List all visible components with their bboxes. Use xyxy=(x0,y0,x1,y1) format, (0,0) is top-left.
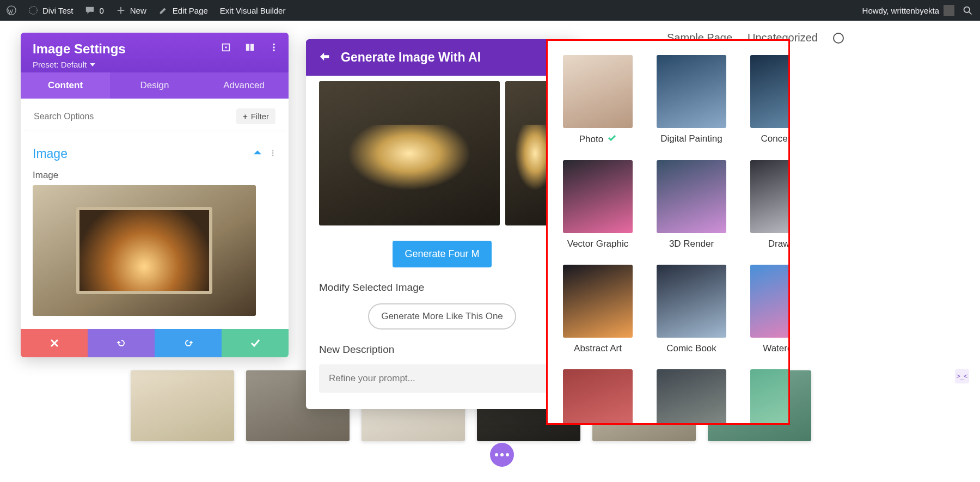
style-option-hidden[interactable] xyxy=(657,369,726,425)
settings-header: Image Settings Preset: Default xyxy=(21,33,289,72)
svg-point-8 xyxy=(273,46,275,48)
preset-selector[interactable]: Preset: Default xyxy=(33,60,277,69)
snap-icon[interactable] xyxy=(245,42,255,54)
search-options-input[interactable] xyxy=(34,112,236,121)
tab-design[interactable]: Design xyxy=(110,72,199,99)
svg-point-9 xyxy=(273,50,275,52)
wp-logo[interactable] xyxy=(7,5,16,15)
style-option-hidden[interactable] xyxy=(563,369,633,425)
generate-more-like-this-button[interactable]: Generate More Like This One xyxy=(368,303,516,330)
tab-content[interactable]: Content xyxy=(21,72,110,99)
image-settings-panel: Image Settings Preset: Default Content D… xyxy=(21,33,289,357)
kebab-menu-icon[interactable] xyxy=(269,42,279,54)
modify-heading: Modify Selected Image xyxy=(319,282,565,294)
avatar xyxy=(944,5,954,16)
collapse-icon[interactable] xyxy=(254,149,261,159)
svg-point-2 xyxy=(964,7,970,13)
section-label: Image xyxy=(33,147,68,161)
redo-button[interactable] xyxy=(155,329,222,357)
style-option-vector-graphic[interactable]: Vector Graphic xyxy=(563,160,633,249)
generate-four-more-button[interactable]: Generate Four M xyxy=(393,241,491,267)
side-toggle[interactable]: >_< xyxy=(955,369,969,383)
ai-modal-header: Generate Image With AI xyxy=(306,39,578,76)
selected-check-icon xyxy=(608,133,616,145)
style-swatch xyxy=(563,265,633,338)
style-option-photo[interactable]: Photo xyxy=(563,55,633,145)
svg-rect-5 xyxy=(246,44,249,51)
style-option-watercolor[interactable]: Watercolor xyxy=(750,265,790,354)
howdy-user[interactable]: Howdy, writtenbyekta xyxy=(862,5,954,16)
svg-point-7 xyxy=(273,44,275,46)
refine-prompt-input[interactable] xyxy=(319,364,565,393)
image-preview[interactable] xyxy=(33,185,256,316)
style-option-hidden[interactable] xyxy=(750,369,790,425)
gallery-image[interactable] xyxy=(131,370,234,441)
style-swatch xyxy=(563,369,633,425)
filter-button[interactable]: +Filter xyxy=(236,108,275,124)
nav-search-icon[interactable] xyxy=(833,33,844,44)
style-option-3d-render[interactable]: 3D Render xyxy=(657,160,726,249)
ai-modal-title: Generate Image With AI xyxy=(341,50,481,65)
section-menu-icon[interactable] xyxy=(269,149,277,159)
back-icon[interactable] xyxy=(319,51,331,65)
style-swatch xyxy=(563,55,633,128)
svg-point-4 xyxy=(225,46,227,48)
svg-point-12 xyxy=(272,154,274,156)
style-option-drawing[interactable]: Drawing xyxy=(750,160,790,249)
style-swatch xyxy=(657,55,726,128)
edit-page-label: Edit Page xyxy=(173,6,208,15)
style-option-abstract-art[interactable]: Abstract Art xyxy=(563,265,633,354)
style-swatch xyxy=(750,265,790,338)
exit-visual-builder-link[interactable]: Exit Visual Builder xyxy=(220,6,286,15)
style-swatch xyxy=(657,369,726,425)
image-style-picker: Photo Digital Painting Concept Art Vecto… xyxy=(546,39,790,425)
style-swatch xyxy=(563,160,633,233)
new-content-link[interactable]: New xyxy=(116,5,146,15)
generate-image-ai-modal: Generate Image With AI Generate Four M M… xyxy=(306,39,578,409)
divi-builder-fab[interactable] xyxy=(490,443,514,467)
site-name-text: Divi Test xyxy=(42,6,73,15)
style-option-digital-painting[interactable]: Digital Painting xyxy=(657,55,726,145)
search-options-row: +Filter xyxy=(24,102,285,131)
admin-search-icon[interactable] xyxy=(962,5,973,16)
tab-advanced[interactable]: Advanced xyxy=(199,72,289,99)
style-swatch xyxy=(750,369,790,425)
save-button[interactable] xyxy=(222,329,289,357)
comments-link[interactable]: 0 xyxy=(85,5,103,15)
svg-rect-6 xyxy=(250,44,254,51)
settings-footer xyxy=(21,329,289,357)
ai-image-result[interactable] xyxy=(319,81,500,225)
style-option-concept-art[interactable]: Concept Art xyxy=(750,55,790,145)
style-swatch xyxy=(657,265,726,338)
new-description-heading: New Description xyxy=(319,344,565,356)
site-name-link[interactable]: Divi Test xyxy=(28,5,73,15)
undo-button[interactable] xyxy=(88,329,155,357)
new-label: New xyxy=(130,6,146,15)
cancel-button[interactable] xyxy=(21,329,88,357)
style-swatch xyxy=(750,55,790,128)
svg-point-10 xyxy=(272,150,274,151)
svg-point-11 xyxy=(272,152,274,154)
wp-admin-bar: Divi Test 0 New Edit Page Exit Visual Bu… xyxy=(0,0,980,21)
comments-count: 0 xyxy=(99,6,103,15)
edit-page-link[interactable]: Edit Page xyxy=(158,5,208,15)
image-field-label: Image xyxy=(33,170,277,181)
image-section-header[interactable]: Image xyxy=(33,140,277,164)
svg-point-1 xyxy=(29,7,37,14)
expand-icon[interactable] xyxy=(221,42,231,54)
style-swatch xyxy=(750,160,790,233)
ai-generated-images xyxy=(319,81,565,225)
style-swatch xyxy=(657,160,726,233)
settings-tabs: Content Design Advanced xyxy=(21,72,289,99)
style-option-comic-book[interactable]: Comic Book xyxy=(657,265,726,354)
